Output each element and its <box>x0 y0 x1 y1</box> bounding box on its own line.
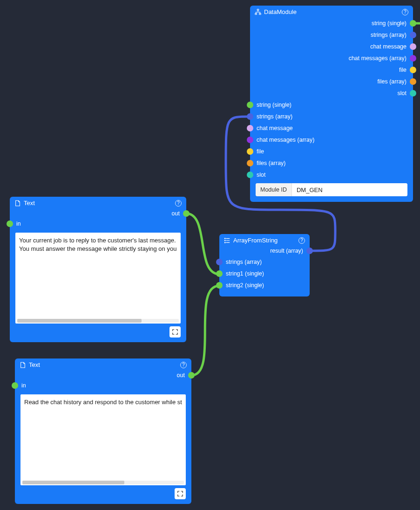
output-port-result[interactable]: result (array) <box>219 246 310 256</box>
port-dot[interactable] <box>306 248 313 254</box>
scrollbar-thumb[interactable] <box>22 481 124 484</box>
port-dot[interactable] <box>410 78 416 85</box>
node-datamodule[interactable]: DataModule ? string (single) strings (ar… <box>250 6 413 202</box>
input-port-files-array[interactable]: files (array) <box>250 157 413 169</box>
horizontal-scrollbar[interactable] <box>22 481 184 484</box>
port-dot[interactable] <box>247 102 253 108</box>
node-header[interactable]: Text ? <box>15 358 191 370</box>
help-icon[interactable]: ? <box>175 200 182 207</box>
hierarchy-icon <box>255 9 261 15</box>
port-dot[interactable] <box>247 137 253 143</box>
text-content-box[interactable]: Your current job is to reply to the cust… <box>15 233 181 324</box>
port-dot[interactable] <box>247 113 253 120</box>
port-dot[interactable] <box>247 148 253 155</box>
svg-rect-0 <box>257 9 259 10</box>
node-header[interactable]: ArrayFromString ? <box>219 234 310 246</box>
module-id-input[interactable] <box>292 183 407 196</box>
output-port-chat-messages-array[interactable]: chat messages (array) <box>250 52 413 64</box>
input-port-chat-messages-array[interactable]: chat messages (array) <box>250 134 413 145</box>
port-dot[interactable] <box>247 125 253 131</box>
input-port-file[interactable]: file <box>250 145 413 157</box>
port-dot[interactable] <box>216 270 223 277</box>
expand-button[interactable] <box>175 488 186 499</box>
port-dot[interactable] <box>188 372 195 379</box>
port-dot[interactable] <box>216 259 223 265</box>
output-port-file[interactable]: file <box>250 64 413 76</box>
node-arrayfromstring[interactable]: ArrayFromString ? result (array) strings… <box>219 234 310 296</box>
node-title: Text <box>29 361 177 368</box>
svg-rect-1 <box>255 13 257 14</box>
svg-point-4 <box>224 240 225 241</box>
port-dot[interactable] <box>410 32 416 38</box>
document-icon <box>14 200 21 207</box>
port-dot[interactable] <box>410 55 416 62</box>
horizontal-scrollbar[interactable] <box>17 319 179 323</box>
output-port-files-array[interactable]: files (array) <box>250 76 413 87</box>
input-port-string1[interactable]: string1 (single) <box>219 268 310 279</box>
output-port-string-single[interactable]: string (single) <box>250 17 413 29</box>
port-dot[interactable] <box>247 172 253 178</box>
port-dot[interactable] <box>410 20 416 27</box>
input-port-in[interactable]: in <box>15 380 191 391</box>
input-port-strings-array[interactable]: strings (array) <box>219 256 310 268</box>
output-port-out[interactable]: out <box>10 208 186 219</box>
port-dot[interactable] <box>7 221 13 227</box>
node-canvas[interactable]: DataModule ? string (single) strings (ar… <box>0 0 420 510</box>
module-id-field: Module ID <box>256 183 407 196</box>
help-icon[interactable]: ? <box>180 362 187 368</box>
svg-point-3 <box>224 238 225 238</box>
node-title: Text <box>24 200 172 207</box>
svg-point-5 <box>224 242 225 242</box>
port-dot[interactable] <box>410 67 416 73</box>
output-port-chat-message[interactable]: chat message <box>250 41 413 52</box>
text-content-box[interactable]: Read the chat history and respond to the… <box>20 394 186 485</box>
node-header[interactable]: DataModule ? <box>250 6 413 17</box>
node-text-1[interactable]: Text ? out in Your current job is to rep… <box>10 197 186 342</box>
output-port-strings-array[interactable]: strings (array) <box>250 29 413 41</box>
output-port-slot[interactable]: slot <box>250 87 413 99</box>
output-port-out[interactable]: out <box>15 370 191 380</box>
port-dot[interactable] <box>12 382 18 389</box>
input-port-strings-array[interactable]: strings (array) <box>250 110 413 122</box>
scrollbar-thumb[interactable] <box>17 319 142 323</box>
port-dot[interactable] <box>247 160 253 166</box>
port-dot[interactable] <box>410 43 416 50</box>
help-icon[interactable]: ? <box>298 237 305 244</box>
node-title: DataModule <box>264 8 399 15</box>
input-port-slot[interactable]: slot <box>250 169 413 180</box>
port-dot[interactable] <box>183 210 190 217</box>
input-port-chat-message[interactable]: chat message <box>250 122 413 134</box>
expand-button[interactable] <box>169 326 181 338</box>
document-icon <box>20 362 26 368</box>
svg-rect-2 <box>259 13 261 14</box>
text-line: You must answer the message while strict… <box>19 245 177 253</box>
text-line: Read the chat history and respond to the… <box>24 398 182 407</box>
help-icon[interactable]: ? <box>402 9 408 15</box>
node-header[interactable]: Text ? <box>10 197 186 208</box>
node-text-2[interactable]: Text ? out in Read the chat history and … <box>15 358 191 504</box>
input-port-string-single[interactable]: string (single) <box>250 99 413 110</box>
node-title: ArrayFromString <box>233 237 296 244</box>
text-line: Your current job is to reply to the cust… <box>19 236 177 245</box>
input-port-in[interactable]: in <box>10 219 186 229</box>
list-icon <box>224 237 230 244</box>
input-port-string2[interactable]: string2 (single) <box>219 279 310 291</box>
module-id-label: Module ID <box>256 183 292 196</box>
port-dot[interactable] <box>216 282 223 289</box>
port-dot[interactable] <box>410 90 416 96</box>
